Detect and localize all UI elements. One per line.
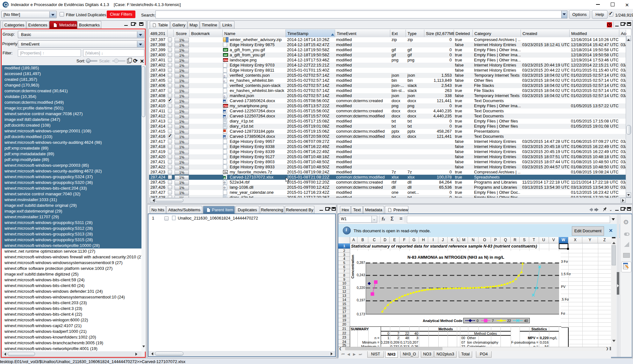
svg-text:7: 7	[492, 319, 494, 323]
svg-text:40: 40	[524, 319, 528, 323]
svg-text:22: 22	[507, 319, 511, 323]
svg-text:0: 0	[477, 319, 478, 323]
